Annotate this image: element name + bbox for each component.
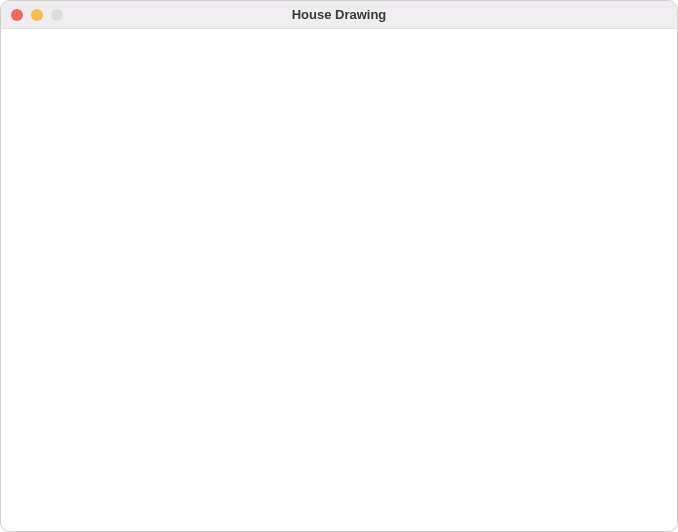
zoom-icon[interactable] (51, 9, 63, 21)
titlebar: House Drawing (1, 1, 677, 29)
content-area (1, 29, 677, 531)
traffic-lights (1, 9, 63, 21)
minimize-icon[interactable] (31, 9, 43, 21)
window-title: House Drawing (1, 7, 677, 22)
app-window: House Drawing (0, 0, 678, 532)
close-icon[interactable] (11, 9, 23, 21)
